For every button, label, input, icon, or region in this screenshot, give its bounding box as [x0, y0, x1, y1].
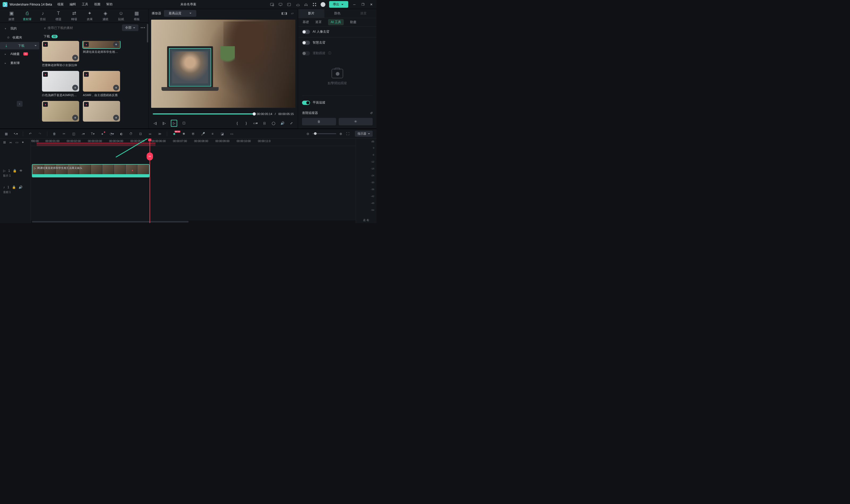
- tab-audio[interactable]: ♪音頻: [35, 11, 51, 21]
- media-card[interactable]: ♦+ ASMR，自主感覺經絡反應: [83, 71, 120, 97]
- menu-edit[interactable]: 編輯: [70, 2, 76, 7]
- mark-in-button[interactable]: {: [235, 121, 240, 125]
- cloud-icon[interactable]: [295, 2, 300, 7]
- volume-button[interactable]: 🔊: [280, 121, 285, 125]
- sidebar-aigen[interactable]: ▸AI繪畫AI: [0, 49, 39, 58]
- zoom-out-button[interactable]: ⊖: [305, 132, 310, 136]
- tool-undo[interactable]: ↶: [28, 132, 33, 136]
- tool-crop[interactable]: ◫: [71, 132, 76, 136]
- menu-view[interactable]: 視圖: [94, 2, 101, 7]
- subtab-anim[interactable]: 動畫: [350, 20, 356, 24]
- compare-icon[interactable]: ◧◨: [282, 12, 287, 15]
- preview-video[interactable]: [151, 20, 295, 108]
- maximize-button[interactable]: ❐: [360, 3, 365, 6]
- tool-marquee[interactable]: ▦: [4, 132, 8, 136]
- tool-camera[interactable]: ◪: [220, 132, 225, 136]
- subtab-basic[interactable]: 基礎: [303, 20, 309, 24]
- tab-media[interactable]: ▣媒體: [4, 10, 19, 21]
- tool-more[interactable]: ≫: [157, 132, 162, 136]
- tool-speed[interactable]: ◔▾: [109, 132, 114, 136]
- prev-frame-button[interactable]: ◁|: [153, 121, 158, 125]
- tool-redo[interactable]: ↷: [37, 132, 42, 136]
- add-button[interactable]: +: [72, 55, 78, 60]
- view-tracker-button[interactable]: 👁: [339, 118, 373, 125]
- mark-out-button[interactable]: }: [244, 121, 249, 125]
- avatar[interactable]: [321, 2, 325, 7]
- tool-frame[interactable]: ▭: [229, 132, 234, 136]
- track-target-icon[interactable]: [332, 69, 343, 78]
- close-button[interactable]: ✕: [369, 3, 374, 6]
- timeline-clip[interactable]: ▷网课结束后老师和学生相互说再见镜头 ♦: [32, 164, 149, 177]
- scrub-handle[interactable]: [253, 112, 256, 115]
- delete-tracker-button[interactable]: 🗑: [302, 118, 336, 125]
- subtab-mask[interactable]: 遮罩: [315, 20, 322, 24]
- add-button[interactable]: +: [113, 41, 119, 47]
- add-button[interactable]: +: [113, 85, 119, 91]
- tool-color[interactable]: ◐: [119, 132, 124, 136]
- tool-eq[interactable]: ≡: [210, 132, 215, 136]
- tab-effect[interactable]: ✦效果: [82, 10, 98, 21]
- add-button[interactable]: +: [72, 115, 78, 121]
- display-button[interactable]: ⌸: [262, 121, 267, 125]
- playhead[interactable]: [149, 139, 150, 223]
- snapshot-button[interactable]: ◯: [271, 121, 276, 125]
- export-button[interactable]: 導出: [329, 1, 348, 8]
- h-scrollbar[interactable]: [32, 221, 189, 222]
- indicator-dropdown[interactable]: 指示器: [355, 131, 373, 137]
- tool-link[interactable]: ⫘: [148, 132, 153, 136]
- tool-shield[interactable]: ⛨: [191, 132, 196, 136]
- menu-tools[interactable]: 工具: [82, 2, 88, 7]
- scrollbar[interactable]: [147, 24, 148, 42]
- search-input[interactable]: ⌕: [42, 25, 120, 31]
- media-card[interactable]: ♦+ 网课结束后老师和学生相互…: [83, 41, 120, 67]
- tool-timer[interactable]: ⏱: [128, 132, 134, 136]
- ratio-button[interactable]: ▭▾: [253, 121, 258, 125]
- sidebar-downloads[interactable]: ⭳下載: [0, 42, 39, 49]
- headphones-icon[interactable]: [304, 2, 308, 7]
- sidebar-mine[interactable]: ▾我的: [0, 24, 39, 33]
- tool-audio[interactable]: ♪▾: [81, 132, 86, 136]
- add-button[interactable]: +: [72, 85, 78, 91]
- add-button[interactable]: +: [113, 115, 119, 121]
- quality-dropdown[interactable]: 最高品質: [164, 10, 196, 17]
- rtab-color[interactable]: 顏色: [324, 9, 350, 18]
- screen-record-icon[interactable]: [270, 2, 275, 7]
- stop-button[interactable]: ☐: [181, 121, 186, 125]
- zoom-fit-button[interactable]: ⛶: [345, 132, 350, 136]
- more-icon[interactable]: •••: [141, 26, 145, 30]
- tl-icon-4[interactable]: ✦: [21, 141, 24, 144]
- rtab-video[interactable]: 影片: [298, 9, 324, 18]
- sidebar-page-prev[interactable]: ‹: [17, 101, 22, 107]
- menu-help[interactable]: 幫助: [106, 2, 113, 7]
- scrub-bar[interactable]: [153, 113, 254, 114]
- tool-pointer[interactable]: ↖▾: [13, 132, 18, 136]
- tab-transition[interactable]: ⇄轉場: [66, 10, 82, 21]
- tool-delete[interactable]: 🗑: [52, 132, 57, 136]
- tab-filter[interactable]: ◈濾鏡: [98, 10, 113, 21]
- fullscreen-button[interactable]: ⤢: [289, 121, 294, 125]
- tl-icon-1[interactable]: ⊞: [3, 141, 6, 144]
- tool-focus[interactable]: ⊡: [138, 132, 143, 136]
- sidebar-stock[interactable]: ▸素材庫: [0, 58, 39, 68]
- reset-adv-icon[interactable]: ↺: [370, 111, 373, 115]
- tool-marker[interactable]: ●: [100, 132, 105, 136]
- play-button[interactable]: ▷: [171, 120, 177, 127]
- subtab-aitools[interactable]: AI 工具: [328, 19, 344, 25]
- image-icon[interactable]: [287, 2, 291, 7]
- menu-file[interactable]: 檔案: [57, 2, 64, 7]
- tab-stock[interactable]: ⎙素材庫: [19, 11, 35, 21]
- toggle-plane-track[interactable]: [302, 101, 310, 105]
- media-card[interactable]: ♦+ 芭蕾舞老師幫助小女孩拉伸: [42, 41, 79, 67]
- apps-icon[interactable]: [312, 2, 317, 7]
- media-card[interactable]: ♦+: [83, 101, 120, 123]
- filter-dropdown[interactable]: 全部: [122, 24, 138, 31]
- tool-mic[interactable]: 🎤: [200, 132, 205, 136]
- picture-icon[interactable]: ▱: [289, 12, 295, 15]
- timeline-canvas[interactable]: f00:00 00:00:01:00 00:00:02:00 00:00:03:…: [31, 139, 356, 223]
- toggle-ai-portrait[interactable]: [302, 30, 310, 34]
- tool-enhance[interactable]: ✺: [181, 132, 186, 136]
- minimize-button[interactable]: ─: [352, 3, 357, 6]
- zoom-slider[interactable]: [312, 133, 336, 134]
- tool-ai[interactable]: ☻BETA: [172, 132, 177, 136]
- tab-sticker[interactable]: ☺貼紙: [113, 11, 129, 21]
